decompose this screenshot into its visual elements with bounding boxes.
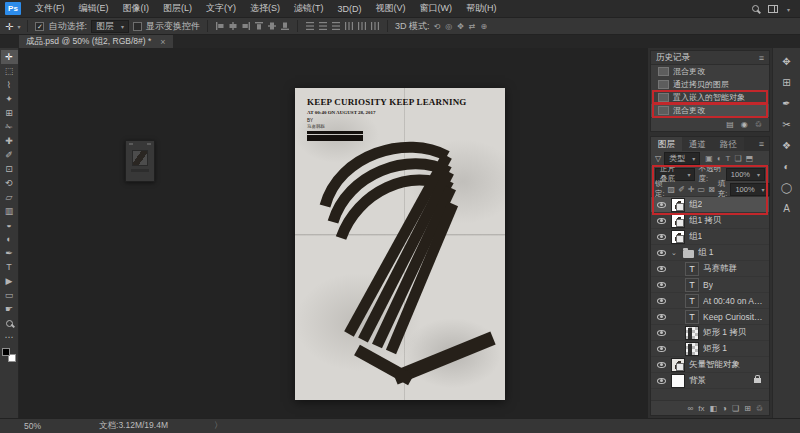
history-state-row[interactable]: 混合更改 bbox=[651, 65, 769, 78]
layer-row[interactable]: 矢量智能对象 bbox=[651, 357, 769, 373]
distribute-bottom-icon[interactable] bbox=[331, 21, 341, 31]
layer-row[interactable]: 矩形 1 bbox=[651, 341, 769, 357]
history-state-row[interactable]: 通过拷贝的图层 bbox=[651, 78, 769, 91]
document-tab[interactable]: 成品.psd @ 50% (组2, RGB/8#) * × bbox=[19, 35, 173, 48]
collapsed-styles-panel-icon[interactable]: ❖ bbox=[782, 140, 791, 151]
status-expand-arrow[interactable]: 〉 bbox=[214, 420, 223, 432]
visibility-eye-icon[interactable] bbox=[655, 362, 667, 368]
clone-stamp-tool[interactable]: ⊡ bbox=[1, 162, 18, 176]
add-mask-icon[interactable]: ◧ bbox=[710, 404, 718, 413]
layer-row[interactable]: ⌄组 1 bbox=[651, 245, 769, 261]
layer-style-icon[interactable]: fx bbox=[698, 404, 704, 413]
distribute-center-v-icon[interactable] bbox=[318, 21, 328, 31]
distribute-center-h-icon[interactable] bbox=[357, 21, 367, 31]
visibility-eye-icon[interactable] bbox=[655, 378, 667, 384]
3d-mode-icon-2[interactable]: ✥ bbox=[457, 22, 464, 31]
type-tool[interactable]: T bbox=[1, 260, 18, 274]
menu-item-7[interactable]: 3D(D) bbox=[331, 4, 369, 14]
menu-item-6[interactable]: 滤镜(T) bbox=[287, 2, 331, 15]
panel-menu-icon[interactable] bbox=[759, 137, 769, 151]
layer-row[interactable]: T马赛韩群 bbox=[651, 261, 769, 277]
visibility-eye-icon[interactable] bbox=[655, 298, 667, 304]
align-bottom-icon[interactable] bbox=[280, 21, 290, 31]
gradient-tool[interactable]: ▥ bbox=[1, 204, 18, 218]
menu-item-9[interactable]: 窗口(W) bbox=[413, 2, 460, 15]
distribute-left-icon[interactable] bbox=[344, 21, 354, 31]
lock-artboard-icon[interactable]: ▭ bbox=[698, 185, 706, 194]
history-state-row[interactable]: 混合更改 bbox=[651, 104, 769, 117]
lock-pixels-icon[interactable]: ✐ bbox=[678, 185, 685, 194]
dodge-tool[interactable]: ◐ bbox=[1, 232, 18, 246]
panel-menu-icon[interactable] bbox=[759, 53, 764, 63]
collapsed-brushes-panel-icon[interactable]: ✒ bbox=[782, 98, 790, 109]
new-group-icon[interactable]: ❏ bbox=[732, 404, 739, 413]
visibility-eye-icon[interactable] bbox=[655, 266, 667, 272]
crop-tool[interactable]: ⊞ bbox=[1, 106, 18, 120]
collapsed-adjustments-panel-icon[interactable]: ◐ bbox=[783, 161, 789, 172]
align-center-h-icon[interactable] bbox=[228, 21, 238, 31]
history-panel-header[interactable]: 历史记录 bbox=[651, 51, 769, 65]
layer-row[interactable]: TKeep Curiosity Keep L... bbox=[651, 309, 769, 325]
visibility-eye-icon[interactable] bbox=[655, 282, 667, 288]
layers-panel-tab-通道[interactable]: 通道 bbox=[682, 137, 713, 151]
poster-document[interactable]: KEEP CURIOSITY KEEP LEARNING AT 00:40 ON… bbox=[295, 88, 505, 400]
path-select-tool[interactable]: ▶ bbox=[1, 274, 18, 288]
visibility-eye-icon[interactable] bbox=[655, 218, 667, 224]
history-state-row[interactable]: 置入嵌入的智能对象 bbox=[651, 91, 769, 104]
3d-mode-icon-4[interactable]: ⊕ bbox=[481, 22, 488, 31]
visibility-eye-icon[interactable] bbox=[655, 314, 667, 320]
layer-row[interactable]: TAt 00:40 on August 28... bbox=[651, 293, 769, 309]
zoom-tool[interactable] bbox=[1, 316, 18, 330]
filter-adjustment-icon[interactable]: ◐ bbox=[717, 154, 722, 163]
marquee-tool[interactable]: ⬚ bbox=[1, 64, 18, 78]
filter-smart-icon[interactable]: ⬒ bbox=[746, 154, 754, 163]
eraser-tool[interactable]: ▱ bbox=[1, 190, 18, 204]
visibility-eye-icon[interactable] bbox=[655, 250, 667, 256]
distribute-right-icon[interactable] bbox=[370, 21, 380, 31]
new-layer-icon[interactable]: ⊞ bbox=[744, 404, 751, 413]
menu-item-0[interactable]: 文件(F) bbox=[28, 2, 72, 15]
lasso-tool[interactable]: ⌇ bbox=[1, 78, 18, 92]
menu-item-2[interactable]: 图像(I) bbox=[116, 2, 157, 15]
align-center-v-icon[interactable] bbox=[267, 21, 277, 31]
shape-tool[interactable]: ▭ bbox=[1, 288, 18, 302]
move-tool[interactable]: ✛ bbox=[1, 50, 18, 64]
collapsed-properties-panel-icon[interactable]: ◯ bbox=[781, 182, 792, 193]
visibility-eye-icon[interactable] bbox=[655, 330, 667, 336]
blur-tool[interactable]: ◒ bbox=[1, 218, 18, 232]
collapsed-character-panel-icon[interactable]: A bbox=[783, 203, 790, 214]
search-icon[interactable] bbox=[752, 5, 759, 12]
layer-row[interactable]: 矩形 1 拷贝 bbox=[651, 325, 769, 341]
lock-all-icon[interactable]: ⊠ bbox=[708, 185, 715, 194]
visibility-eye-icon[interactable] bbox=[655, 346, 667, 352]
brush-tool[interactable]: ✐ bbox=[1, 148, 18, 162]
menu-item-5[interactable]: 选择(S) bbox=[243, 2, 287, 15]
workspace-switcher-icon[interactable] bbox=[768, 5, 778, 13]
visibility-eye-icon[interactable] bbox=[655, 202, 667, 208]
filter-pixel-icon[interactable]: ▣ bbox=[705, 154, 713, 163]
collapsed-color-panel-icon[interactable]: ✥ bbox=[782, 56, 790, 67]
floating-mini-panel[interactable] bbox=[125, 140, 155, 182]
3d-mode-icon-3[interactable]: ⇄ bbox=[469, 22, 476, 31]
layers-panel-tab-路径[interactable]: 路径 bbox=[713, 137, 744, 151]
healing-brush-tool[interactable]: ✚ bbox=[1, 134, 18, 148]
link-layers-icon[interactable]: ∞ bbox=[688, 404, 694, 413]
color-chips[interactable] bbox=[2, 348, 16, 362]
menu-item-4[interactable]: 文字(Y) bbox=[199, 2, 243, 15]
lock-transparent-icon[interactable]: ▨ bbox=[668, 185, 676, 194]
filter-shape-icon[interactable]: ❏ bbox=[734, 154, 741, 163]
filter-funnel-icon[interactable]: ▽ bbox=[655, 154, 661, 163]
visibility-eye-icon[interactable] bbox=[655, 234, 667, 240]
more-tools[interactable]: ⋯ bbox=[1, 330, 18, 344]
layer-row[interactable]: 背景 bbox=[651, 373, 769, 389]
menu-item-8[interactable]: 视图(V) bbox=[369, 2, 413, 15]
collapsed-swatches-panel-icon[interactable]: ⊞ bbox=[782, 77, 790, 88]
canvas-area[interactable]: KEEP CURIOSITY KEEP LEARNING AT 00:40 ON… bbox=[19, 48, 648, 418]
eyedropper-tool[interactable]: ✁ bbox=[1, 120, 18, 134]
layer-row[interactable]: 组1 bbox=[651, 229, 769, 245]
3d-mode-icon-0[interactable]: ⟲ bbox=[433, 22, 440, 31]
distribute-top-icon[interactable] bbox=[305, 21, 315, 31]
hand-tool[interactable]: ☛ bbox=[1, 302, 18, 316]
zoom-level[interactable]: 50% bbox=[24, 421, 41, 431]
auto-select-checkbox[interactable] bbox=[35, 22, 44, 31]
